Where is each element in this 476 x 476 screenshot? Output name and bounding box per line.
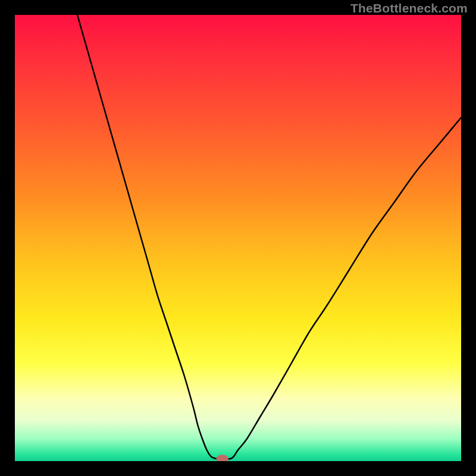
chart-frame: TheBottleneck.com <box>0 0 476 476</box>
gradient-background <box>15 15 461 461</box>
watermark-text: TheBottleneck.com <box>350 1 468 15</box>
chart-svg <box>15 15 461 461</box>
plot-area <box>15 15 461 461</box>
